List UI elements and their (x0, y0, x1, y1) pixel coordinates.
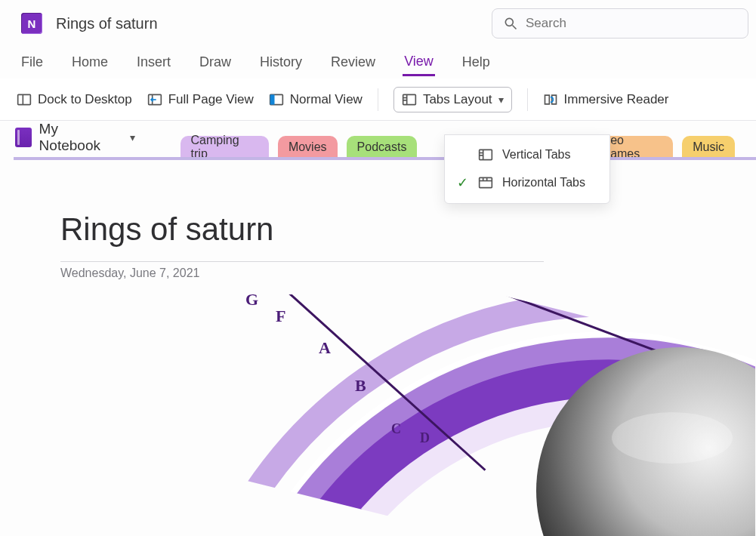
normal-view-label: Normal View (290, 92, 363, 107)
sections-bar: My Notebook ▾ Camping trip Movies Podcas… (0, 121, 756, 159)
section-tab-podcasts[interactable]: Podcasts (347, 136, 418, 159)
vertical-tabs-option[interactable]: Vertical Tabs (445, 141, 609, 168)
chevron-down-icon: ▾ (498, 94, 504, 106)
svg-rect-16 (480, 177, 492, 187)
immersive-reader-label: Immersive Reader (564, 92, 669, 107)
onenote-app-icon: N (21, 13, 42, 34)
notebook-label: My Notebook (39, 121, 122, 154)
horizontal-tabs-icon (478, 175, 493, 190)
search-box[interactable] (492, 8, 748, 39)
menu-review[interactable]: Review (329, 50, 377, 75)
horizontal-tabs-label: Horizontal Tabs (502, 176, 585, 189)
fullpage-label: Full Page View (168, 92, 254, 107)
chevron-down-icon: ▾ (130, 131, 135, 143)
ribbon-divider-2 (527, 88, 528, 111)
tabs-layout-dropdown: Vertical Tabs ✓ Horizontal Tabs (444, 134, 610, 204)
section-label: Podcasts (357, 140, 407, 154)
ring-label-b: B (355, 376, 366, 396)
menu-home[interactable]: Home (70, 50, 110, 75)
immersive-reader-icon (543, 92, 558, 107)
normal-view-icon (269, 92, 284, 107)
title-divider (60, 261, 544, 262)
dock-to-desktop-button[interactable]: Dock to Desktop (17, 92, 132, 107)
menu-help[interactable]: Help (461, 50, 492, 75)
dock-icon (17, 92, 32, 107)
document-title: Rings of saturn (56, 15, 158, 32)
menu-view[interactable]: View (403, 49, 435, 76)
check-icon: ✓ (455, 174, 469, 191)
tabs-layout-icon (402, 92, 417, 107)
section-label: Movies (289, 140, 327, 154)
svg-point-0 (505, 18, 513, 26)
full-page-view-button[interactable]: Full Page View (147, 92, 254, 107)
svg-line-1 (513, 26, 517, 29)
section-tab-movies[interactable]: Movies (278, 136, 338, 159)
tabs-layout-button[interactable]: Tabs Layout ▾ (393, 87, 512, 112)
vertical-tabs-label: Vertical Tabs (502, 148, 570, 162)
dock-label: Dock to Desktop (38, 92, 132, 107)
ribbon-divider (378, 88, 378, 111)
menu-file[interactable]: File (20, 50, 45, 75)
page-date: Wednesday, June 7, 2021 (60, 266, 711, 280)
normal-view-button[interactable]: Normal View (269, 92, 363, 107)
fullpage-icon (147, 92, 162, 107)
search-input[interactable] (526, 16, 737, 31)
section-tab-music[interactable]: Music (682, 136, 735, 159)
ring-label-d: D (420, 430, 430, 446)
vertical-tabs-icon (478, 147, 493, 162)
ribbon: Dock to Desktop Full Page View Normal Vi… (0, 79, 756, 121)
svg-point-29 (612, 412, 733, 464)
svg-rect-2 (18, 94, 31, 104)
menu-draw[interactable]: Draw (198, 50, 233, 75)
search-icon (503, 16, 518, 31)
horizontal-tabs-option[interactable]: ✓ Horizontal Tabs (445, 168, 609, 197)
menu-insert[interactable]: Insert (135, 50, 172, 75)
page-canvas[interactable]: Rings of saturn Wednesday, June 7, 2021 (0, 159, 756, 280)
menu-bar: File Home Insert Draw History Review Vie… (0, 47, 756, 79)
ring-label-a: A (319, 338, 331, 358)
saturn-illustration: G F A B C D (211, 294, 755, 536)
notebook-picker[interactable]: My Notebook ▾ (15, 121, 135, 159)
menu-history[interactable]: History (258, 50, 304, 75)
ring-label-c: C (391, 421, 401, 437)
tabs-layout-label: Tabs Layout (423, 92, 492, 107)
notebook-icon (15, 128, 32, 147)
section-label: Music (693, 140, 724, 154)
section-tab-camping[interactable]: Camping trip (181, 136, 269, 159)
ring-label-g: G (245, 290, 258, 310)
immersive-reader-button[interactable]: Immersive Reader (543, 92, 669, 107)
page-title: Rings of saturn (60, 211, 711, 248)
svg-rect-7 (270, 94, 274, 104)
ring-label-f: F (276, 307, 285, 326)
